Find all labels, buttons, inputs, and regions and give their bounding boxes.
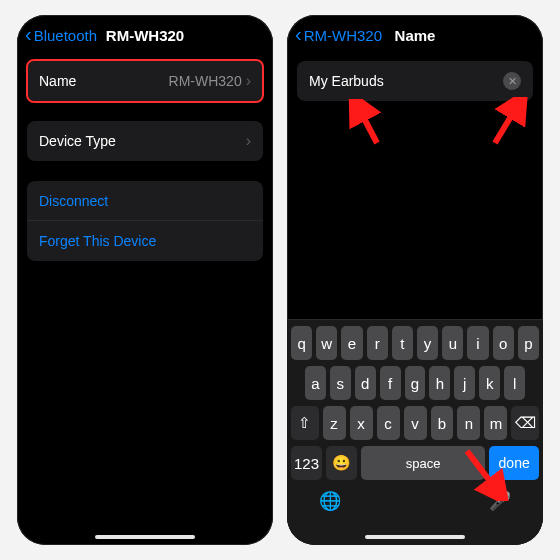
key-😀[interactable]: 😀 [326, 446, 357, 480]
key-w[interactable]: w [316, 326, 337, 360]
page-title: RM-WH320 [106, 27, 184, 44]
key-q[interactable]: q [291, 326, 312, 360]
row-disconnect[interactable]: Disconnect [27, 181, 263, 221]
key-h[interactable]: h [429, 366, 450, 400]
key-a[interactable]: a [305, 366, 326, 400]
key-l[interactable]: l [504, 366, 525, 400]
name-input[interactable]: My Earbuds [309, 73, 503, 89]
home-indicator[interactable] [95, 535, 195, 539]
row-name-label: Name [39, 73, 169, 89]
key-r[interactable]: r [367, 326, 388, 360]
key-y[interactable]: y [417, 326, 438, 360]
row-forget[interactable]: Forget This Device [27, 221, 263, 261]
key-u[interactable]: u [442, 326, 463, 360]
key-done[interactable]: done [489, 446, 539, 480]
chevron-right-icon: › [246, 72, 251, 90]
key-x[interactable]: x [350, 406, 373, 440]
key-v[interactable]: v [404, 406, 427, 440]
key-123[interactable]: 123 [291, 446, 322, 480]
page-title: Name [395, 27, 436, 44]
disconnect-label: Disconnect [39, 193, 251, 209]
chevron-left-icon: ‹ [295, 24, 302, 44]
mic-icon[interactable]: 🎤 [489, 490, 511, 512]
key-f[interactable]: f [380, 366, 401, 400]
chevron-left-icon: ‹ [25, 24, 32, 44]
clear-icon[interactable]: ✕ [503, 72, 521, 90]
key-m[interactable]: m [484, 406, 507, 440]
content: Name RM-WH320 › Device Type › Disconnect… [17, 55, 273, 545]
row-name-value: RM-WH320 [169, 73, 242, 89]
key-b[interactable]: b [431, 406, 454, 440]
key-z[interactable]: z [323, 406, 346, 440]
key-p[interactable]: p [518, 326, 539, 360]
key-e[interactable]: e [341, 326, 362, 360]
key-c[interactable]: c [377, 406, 400, 440]
key-i[interactable]: i [467, 326, 488, 360]
key-k[interactable]: k [479, 366, 500, 400]
key-d[interactable]: d [355, 366, 376, 400]
forget-label: Forget This Device [39, 233, 251, 249]
back-label: RM-WH320 [304, 27, 382, 44]
globe-icon[interactable]: 🌐 [319, 490, 341, 512]
key-space[interactable]: space [361, 446, 485, 480]
phone-left: ‹ Bluetooth RM-WH320 Name RM-WH320 › Dev… [17, 15, 273, 545]
row-name[interactable]: Name RM-WH320 › [27, 61, 263, 101]
key-s[interactable]: s [330, 366, 351, 400]
key-t[interactable]: t [392, 326, 413, 360]
key-n[interactable]: n [457, 406, 480, 440]
key-j[interactable]: j [454, 366, 475, 400]
chevron-right-icon: › [246, 132, 251, 150]
back-button[interactable]: ‹ RM-WH320 [295, 26, 382, 44]
key-o[interactable]: o [493, 326, 514, 360]
navbar: ‹ Bluetooth RM-WH320 [17, 15, 273, 55]
row-device-type-label: Device Type [39, 133, 246, 149]
back-button[interactable]: ‹ Bluetooth [25, 26, 97, 44]
navbar: ‹ RM-WH320 Name [287, 15, 543, 55]
phone-right: ‹ RM-WH320 Name My Earbuds ✕ qwertyuiop … [287, 15, 543, 545]
home-indicator[interactable] [365, 535, 465, 539]
name-input-cell[interactable]: My Earbuds ✕ [297, 61, 533, 101]
back-label: Bluetooth [34, 27, 97, 44]
key-⌫[interactable]: ⌫ [511, 406, 539, 440]
key-⇧[interactable]: ⇧ [291, 406, 319, 440]
key-g[interactable]: g [405, 366, 426, 400]
row-device-type[interactable]: Device Type › [27, 121, 263, 161]
keyboard: qwertyuiop asdfghjkl ⇧zxcvbnm⌫ 123😀space… [287, 319, 543, 545]
